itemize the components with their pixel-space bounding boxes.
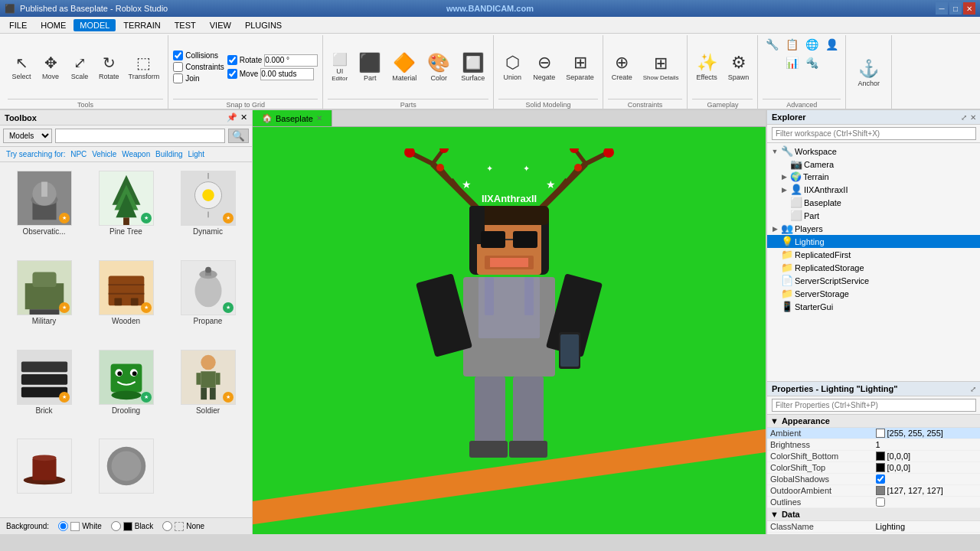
globalshadows-checkbox[interactable]	[876, 474, 885, 484]
suggestion-light[interactable]: Light	[188, 150, 204, 158]
ambient-swatch[interactable]	[876, 429, 885, 438]
tree-item-iixanthraxii[interactable]: ▶ 👤 IIXAnthraxII	[767, 183, 980, 196]
move-tool-button[interactable]: ✥ Move	[37, 51, 64, 83]
join-checkbox[interactable]	[173, 73, 183, 83]
ui-editor-button[interactable]: ⬜ UI Editor	[328, 50, 351, 84]
effects-button[interactable]: ✨ Effects	[692, 51, 720, 83]
adv-btn-4[interactable]: 👤	[822, 37, 841, 52]
oa-swatch[interactable]	[876, 486, 885, 495]
model-item-soldier[interactable]: ★ Soldier	[168, 346, 247, 432]
data-section-header[interactable]: ▼ Data	[767, 508, 980, 521]
show-details-button[interactable]: ⊞ Show Details	[639, 51, 683, 83]
bg-radio-white[interactable]	[58, 521, 68, 531]
model-item-dynamic[interactable]: ★ Dynamic	[168, 167, 247, 253]
close-button[interactable]: ✕	[963, 2, 975, 15]
bg-radio-none[interactable]	[162, 521, 172, 531]
toolbox-category-select[interactable]: Models Decals Audio Meshes	[3, 129, 52, 143]
menu-view[interactable]: VIEW	[204, 19, 237, 31]
tree-item-replicatedfirst[interactable]: 📁 ReplicatedFirst	[767, 248, 980, 261]
model-item-hat1[interactable]	[5, 435, 83, 513]
menu-file[interactable]: FILE	[3, 19, 33, 31]
properties-expand-button[interactable]: ⤢	[970, 385, 976, 393]
tab-baseplate[interactable]: 🏠 Baseplate ✕	[253, 110, 332, 126]
outlines-checkbox[interactable]	[876, 497, 885, 507]
bg-option-white[interactable]: White	[58, 521, 102, 531]
tree-item-lighting[interactable]: 💡 Lighting	[767, 235, 980, 248]
properties-search-input[interactable]	[772, 399, 976, 412]
model-item-brick[interactable]: ★ Brick	[5, 346, 83, 432]
bg-option-none[interactable]: None	[162, 521, 204, 531]
constraints-checkbox[interactable]	[173, 62, 183, 72]
prop-row-ambient[interactable]: Ambient [255, 255, 255]	[767, 428, 980, 439]
prop-row-globalshadows[interactable]: GlobalShadows	[767, 474, 980, 485]
rotate-snap-checkbox[interactable]	[227, 55, 237, 65]
tree-item-replicatedstorage[interactable]: 📁 ReplicatedStorage	[767, 261, 980, 274]
adv-btn-3[interactable]: 🌐	[802, 37, 821, 52]
model-item-military[interactable]: ★ Military	[5, 256, 83, 343]
tree-item-terrain[interactable]: ▶ 🌍 Terrain	[767, 171, 980, 183]
adv-btn-1[interactable]: 🔧	[763, 37, 781, 52]
explorer-expand-button[interactable]: ⤢	[961, 113, 967, 122]
part-button[interactable]: ⬛ Part	[354, 50, 385, 84]
tree-item-workspace[interactable]: ▼ 🔧 Workspace	[767, 145, 980, 158]
anchor-button[interactable]: ⚓ Anchor	[854, 57, 884, 90]
suggestion-weapon[interactable]: Weapon	[122, 150, 150, 158]
collisions-checkbox[interactable]	[173, 51, 183, 60]
tree-item-camera[interactable]: 📷 Camera	[767, 158, 980, 171]
suggestion-building[interactable]: Building	[155, 150, 183, 158]
rotate-tool-button[interactable]: ↻ Rotate	[95, 51, 123, 83]
tree-item-startergui[interactable]: 📱 StarterGui	[767, 300, 980, 313]
select-tool-button[interactable]: ↖ Select	[8, 51, 35, 83]
prop-row-colorshift-bottom[interactable]: ColorShift_Bottom [0,0,0]	[767, 451, 980, 462]
appearance-section-header[interactable]: ▼ Appearance	[767, 415, 980, 428]
prop-row-classname[interactable]: ClassName Lighting	[767, 521, 980, 533]
bg-radio-black[interactable]	[111, 521, 121, 531]
menu-plugins[interactable]: PLUGINS	[239, 19, 288, 31]
tree-item-players[interactable]: ▶ 👥 Players	[767, 222, 980, 235]
suggestion-vehicle[interactable]: Vehicle	[92, 150, 116, 158]
prop-row-colorshift-top[interactable]: ColorShift_Top [0,0,0]	[767, 462, 980, 474]
tree-item-serverstorage[interactable]: 📁 ServerStorage	[767, 287, 980, 300]
adv-btn-5[interactable]: 📊	[782, 55, 801, 70]
explorer-close-button[interactable]: ✕	[970, 113, 976, 122]
tree-item-baseplate[interactable]: ⬜ Baseplate	[767, 196, 980, 209]
cst-swatch[interactable]	[876, 463, 885, 472]
model-item-pine-tree[interactable]: ★ Pine Tree	[87, 167, 165, 253]
model-item-wooden[interactable]: ★ Wooden	[87, 256, 165, 343]
tab-close-button[interactable]: ✕	[316, 114, 322, 122]
surface-button[interactable]: 🔲 Surface	[457, 50, 488, 84]
tree-item-part[interactable]: ⬜ Part	[767, 209, 980, 222]
material-button[interactable]: 🔶 Material	[388, 50, 420, 84]
model-item-hat2[interactable]	[87, 435, 165, 513]
adv-btn-2[interactable]: 📋	[782, 37, 801, 52]
toolbox-search-input[interactable]	[55, 129, 225, 143]
adv-btn-6[interactable]: 🔩	[802, 55, 821, 70]
maximize-button[interactable]: □	[949, 2, 962, 15]
menu-home[interactable]: HOME	[34, 19, 72, 31]
transform-tool-button[interactable]: ⬚ Transform	[125, 51, 164, 83]
model-item-observatory[interactable]: ★ Observatic...	[5, 167, 83, 253]
toolbox-search-button[interactable]: 🔍	[228, 129, 249, 143]
menu-terrain[interactable]: TERRAIN	[117, 19, 166, 31]
csb-swatch[interactable]	[876, 452, 885, 461]
toolbox-pin-button[interactable]: 📌	[227, 112, 237, 122]
menu-model[interactable]: MODEL	[74, 19, 116, 31]
explorer-search-input[interactable]	[772, 127, 976, 140]
negate-button[interactable]: ⊖ Negate	[529, 51, 559, 83]
minimize-button[interactable]: ─	[936, 2, 948, 15]
menu-test[interactable]: TEST	[168, 19, 202, 31]
union-button[interactable]: ⬡ Union	[498, 51, 526, 83]
move-snap-checkbox[interactable]	[227, 69, 237, 79]
create-button[interactable]: ⊕ Create	[608, 51, 636, 83]
separate-button[interactable]: ⊞ Separate	[562, 51, 598, 83]
spawn-button[interactable]: ⚙ Spawn	[724, 51, 753, 83]
toolbox-close-button[interactable]: ✕	[240, 112, 247, 122]
prop-row-outlines[interactable]: Outlines	[767, 497, 980, 508]
tree-item-serverscriptservice[interactable]: 📄 ServerScriptService	[767, 274, 980, 287]
rotate-snap-input[interactable]	[264, 54, 318, 67]
model-item-drooling[interactable]: ★ Drooling	[87, 346, 165, 432]
viewport[interactable]: 🏠 Baseplate ✕	[253, 110, 766, 534]
prop-row-brightness[interactable]: Brightness 1	[767, 439, 980, 451]
move-snap-input[interactable]	[260, 68, 314, 80]
color-button[interactable]: 🎨 Color	[423, 50, 454, 84]
